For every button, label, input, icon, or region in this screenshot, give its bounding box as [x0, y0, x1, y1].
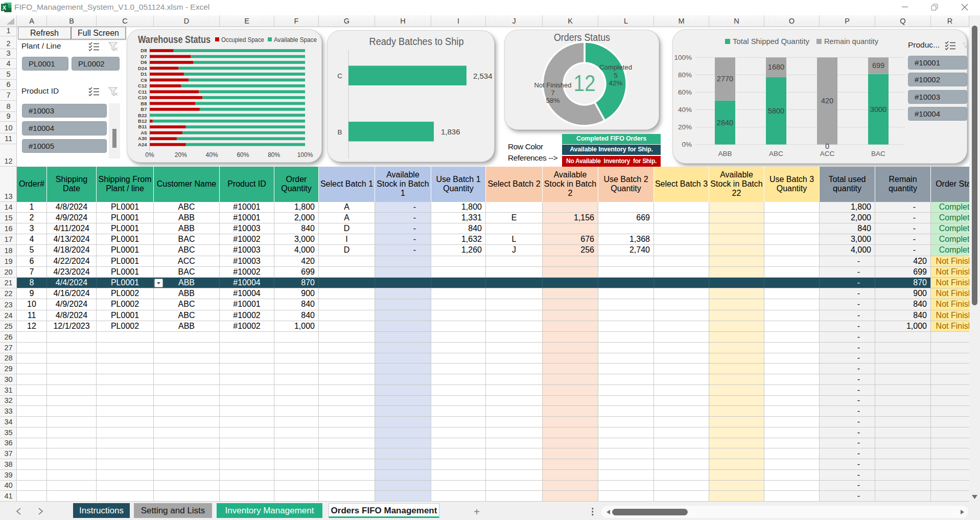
svg-text:B8: B8 [141, 101, 147, 106]
svg-text:ABC: ABC [769, 150, 783, 157]
svg-text:B22: B22 [138, 112, 147, 118]
svg-text:12: 12 [574, 71, 596, 96]
svg-text:0: 0 [825, 142, 829, 150]
svg-text:Remain quantity: Remain quantity [824, 37, 879, 46]
svg-text:B11: B11 [138, 124, 148, 129]
svg-text:0%: 0% [145, 151, 154, 159]
svg-text:C11: C11 [138, 89, 148, 95]
svg-text:80%: 80% [268, 151, 280, 159]
svg-text:1680: 1680 [768, 63, 784, 71]
svg-text:20%: 20% [175, 151, 187, 159]
svg-text:Available Space: Available Space [274, 36, 317, 43]
svg-text:2840: 2840 [717, 119, 733, 127]
svg-text:X: X [3, 5, 7, 11]
svg-text:42%: 42% [609, 79, 622, 87]
svg-text:40%: 40% [678, 106, 692, 114]
svg-text:Not Finished: Not Finished [534, 81, 572, 89]
svg-text:C10: C10 [138, 95, 147, 100]
svg-text:3000: 3000 [870, 105, 886, 114]
svg-text:D1: D1 [141, 71, 147, 77]
svg-text:D6: D6 [141, 59, 147, 65]
svg-text:80%: 80% [678, 71, 692, 79]
svg-text:Warehouse Status: Warehouse Status [138, 34, 211, 45]
svg-text:100%: 100% [674, 54, 692, 61]
svg-text:0%: 0% [682, 141, 692, 148]
svg-text:2,534: 2,534 [473, 72, 493, 80]
svg-text:Occupied Space: Occupied Space [221, 36, 264, 43]
svg-text:C9: C9 [141, 77, 147, 83]
svg-text:5800: 5800 [768, 107, 784, 115]
svg-text:58%: 58% [546, 97, 559, 104]
svg-text:B12: B12 [138, 118, 147, 124]
svg-text:5: 5 [614, 72, 618, 79]
svg-text:420: 420 [821, 97, 833, 105]
svg-text:2770: 2770 [717, 75, 733, 83]
svg-text:Ready Batches to Ship: Ready Batches to Ship [369, 36, 464, 47]
svg-text:C12: C12 [138, 83, 147, 88]
svg-text:60%: 60% [237, 151, 249, 159]
svg-text:60%: 60% [678, 88, 692, 96]
svg-text:D24: D24 [138, 65, 147, 71]
svg-text:Total Shipped Quantity: Total Shipped Quantity [733, 37, 810, 46]
svg-text:ABB: ABB [718, 150, 732, 157]
svg-text:40%: 40% [206, 151, 218, 159]
svg-text:B: B [337, 128, 342, 136]
svg-text:B7: B7 [141, 106, 147, 112]
svg-text:699: 699 [872, 61, 884, 70]
svg-text:D7: D7 [141, 54, 147, 59]
svg-text:20%: 20% [678, 123, 692, 131]
svg-text:Completed: Completed [599, 63, 632, 71]
svg-text:7: 7 [551, 89, 555, 97]
svg-text:C: C [337, 72, 342, 80]
svg-text:1,836: 1,836 [441, 127, 460, 136]
svg-text:A5: A5 [141, 130, 147, 135]
svg-text:ACC: ACC [820, 150, 835, 157]
svg-text:100%: 100% [297, 151, 313, 159]
svg-text:A30: A30 [138, 135, 147, 141]
svg-text:BAC: BAC [871, 150, 885, 157]
svg-text:D8: D8 [141, 48, 147, 53]
svg-text:A24: A24 [138, 142, 147, 147]
